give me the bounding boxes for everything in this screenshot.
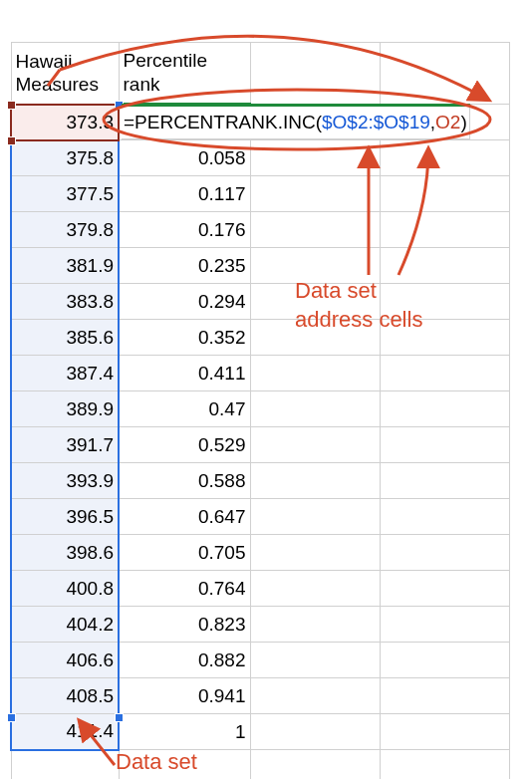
cell-measure-5[interactable]: 383.8: [11, 284, 119, 320]
cell-rank-5[interactable]: 0.294: [119, 284, 250, 320]
cell-measure-8[interactable]: 389.9: [11, 391, 119, 427]
cell-rank-8[interactable]: 0.47: [119, 391, 250, 427]
cell-measure-0[interactable]: 373.3: [11, 105, 119, 140]
range-handle-icon[interactable]: [7, 713, 16, 722]
cell-rank-17[interactable]: 1: [119, 714, 250, 750]
cell-rank-6[interactable]: 0.352: [119, 320, 250, 356]
cell-measure-13[interactable]: 400.8: [11, 571, 119, 607]
cell-rank-10[interactable]: 0.588: [119, 463, 250, 499]
cell-measure-9[interactable]: 391.7: [11, 427, 119, 463]
cell-measure-1[interactable]: 375.8: [11, 140, 119, 176]
cell-measure-3[interactable]: 379.8: [11, 212, 119, 248]
formula-display: =PERCENTRANK.INC($O$2:$O$19,O2): [122, 104, 470, 139]
cell-rank-13[interactable]: 0.764: [119, 571, 250, 607]
header-percentile-rank: Percentile rank: [119, 43, 250, 105]
cell-rank-15[interactable]: 0.882: [119, 643, 250, 678]
cell-rank-14[interactable]: 0.823: [119, 607, 250, 643]
cell-rank-1[interactable]: 0.058: [119, 140, 250, 176]
cell-measure-6[interactable]: 385.6: [11, 320, 119, 356]
cell-rank-3[interactable]: 0.176: [119, 212, 250, 248]
cell-measure-14[interactable]: 404.2: [11, 607, 119, 643]
cell-measure-16[interactable]: 408.5: [11, 678, 119, 714]
range-handle-icon[interactable]: [7, 136, 16, 145]
cell-measure-7[interactable]: 387.4: [11, 356, 119, 391]
formula-suffix: ): [460, 112, 466, 133]
cell-measure-17[interactable]: 411.4: [11, 714, 119, 750]
cell-measure-2[interactable]: 377.5: [11, 176, 119, 212]
formula-cell-ref: O2: [435, 112, 460, 133]
spreadsheet-grid[interactable]: Hawaii Measures Percentile rank 373.3 37…: [10, 42, 510, 779]
cell-measure-10[interactable]: 393.9: [11, 463, 119, 499]
header-hawaii-measures: Hawaii Measures: [11, 43, 119, 105]
range-handle-icon[interactable]: [7, 101, 16, 110]
cell-rank-4[interactable]: 0.235: [119, 248, 250, 284]
cell-measure-15[interactable]: 406.6: [11, 643, 119, 678]
cell-measure-11[interactable]: 396.5: [11, 499, 119, 535]
cell-measure-12[interactable]: 398.6: [11, 535, 119, 571]
cell-rank-16[interactable]: 0.941: [119, 678, 250, 714]
range-handle-icon[interactable]: [115, 713, 124, 722]
cell-rank-12[interactable]: 0.705: [119, 535, 250, 571]
cell-rank-2[interactable]: 0.117: [119, 176, 250, 212]
cell-rank-11[interactable]: 0.647: [119, 499, 250, 535]
cell-measure-4[interactable]: 381.9: [11, 248, 119, 284]
cell-rank-7[interactable]: 0.411: [119, 356, 250, 391]
formula-range-ref: $O$2:$O$19: [322, 112, 430, 133]
cell-rank-9[interactable]: 0.529: [119, 427, 250, 463]
formula-prefix: =PERCENTRANK.INC(: [124, 112, 322, 133]
